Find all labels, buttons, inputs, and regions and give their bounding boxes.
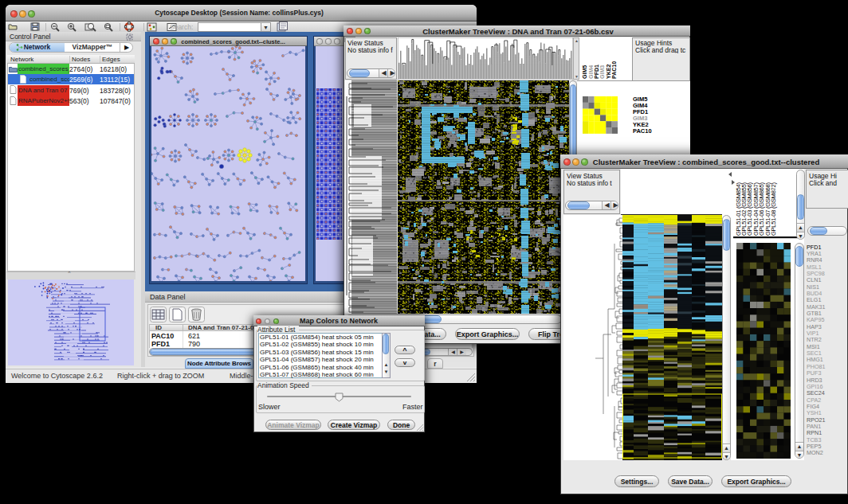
svg-text:PFD1: PFD1 — [594, 64, 599, 79]
svg-text:GIM4: GIM4 — [588, 65, 594, 79]
svg-text:GIM3: GIM3 — [599, 65, 605, 79]
svg-text:GPL51-08 (GSM872): GPL51-08 (GSM872) — [770, 182, 777, 236]
svg-text:GIM5: GIM5 — [582, 65, 587, 79]
svg-text:PAC10: PAC10 — [611, 61, 617, 79]
svg-text:YKE2: YKE2 — [606, 64, 611, 79]
svg-text:MON2: MON2 — [807, 449, 823, 456]
